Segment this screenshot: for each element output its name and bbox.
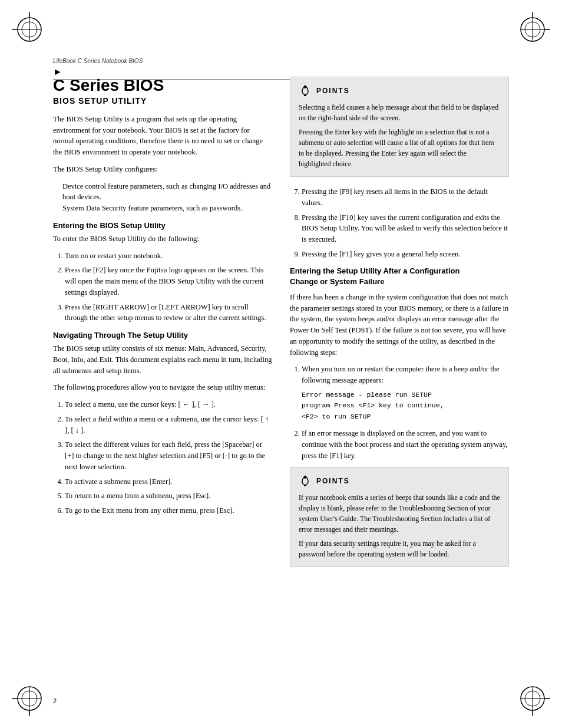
navigating-heading: Navigating Through The Setup Utility	[53, 331, 272, 340]
navigating-steps: To select a menu, use the cursor keys: […	[65, 399, 272, 516]
points-1-para1: Selecting a field causes a help message …	[299, 102, 500, 123]
points-2-para2: If your data security settings require i…	[299, 538, 500, 559]
right-step-9: Pressing the [F1] key gives you a genera…	[302, 249, 509, 260]
nav-step-2: To select a field within a menu or a sub…	[65, 414, 272, 436]
entering-after-heading: Entering the Setup Utility After a Confi…	[290, 266, 509, 287]
entering-after-steps: When you turn on or restart the computer…	[302, 364, 509, 461]
main-content: C Series BIOS BIOS SETUP UTILITY The BIO…	[53, 77, 509, 687]
svg-rect-27	[304, 485, 306, 486]
points-1-para2: Pressing the Enter key with the highligh…	[299, 127, 500, 169]
points-header-1: POINTS	[299, 84, 500, 97]
nav-step-4: To activate a submenu press [Enter].	[65, 476, 272, 487]
points-header-2: POINTS	[299, 475, 500, 487]
right-step-7: Pressing the [F9] key resets all items i…	[302, 186, 509, 209]
sub-title: BIOS SETUP UTILITY	[53, 96, 272, 106]
page-number: 2	[53, 697, 57, 704]
intro-para2: The BIOS Setup Utility configures:	[53, 164, 272, 175]
right-col-steps: Pressing the [F9] key resets all items i…	[302, 186, 509, 260]
indented-features: Device control feature parameters, such …	[62, 181, 272, 214]
points-icon-1	[299, 84, 312, 97]
entering-bios-step-2: Press the [F2] key once the Fujitsu logo…	[65, 265, 272, 298]
page: LifeBook C Series Notebook BIOS ► 2 C Se…	[0, 0, 562, 728]
navigating-para2: The following procedures allow you to na…	[53, 382, 272, 393]
points-box-1: POINTS Selecting a field causes a help m…	[290, 77, 509, 177]
svg-point-26	[304, 476, 306, 479]
svg-point-24	[304, 86, 306, 88]
corner-decoration-tl	[12, 12, 47, 47]
nav-step-5: To return to a menu from a submenu, pres…	[65, 490, 272, 502]
points-box-2: POINTS If your notebook emits a series o…	[290, 467, 509, 567]
corner-decoration-tr	[515, 12, 550, 47]
points-2-para1: If your notebook emits a series of beeps…	[299, 492, 500, 535]
left-column: C Series BIOS BIOS SETUP UTILITY The BIO…	[53, 77, 272, 577]
nav-step-6: To go to the Exit menu from any other me…	[65, 505, 272, 516]
points-icon-2	[299, 475, 312, 487]
main-title: C Series BIOS	[53, 77, 272, 95]
points-label-2: POINTS	[316, 476, 350, 486]
right-step-8: Pressing the [F10] key saves the current…	[302, 212, 509, 245]
header-text: LifeBook C Series Notebook BIOS	[53, 58, 143, 64]
entering-bios-steps: Turn on or restart your notebook. Press …	[65, 251, 272, 324]
entering-after-step-1: When you turn on or restart the computer…	[302, 364, 509, 422]
two-column-layout: C Series BIOS BIOS SETUP UTILITY The BIO…	[53, 77, 509, 577]
entering-after-step-2: If an error message is displayed on the …	[302, 428, 509, 461]
nav-step-3: To select the different values for each …	[65, 439, 272, 472]
entering-bios-step-1: Turn on or restart your notebook.	[65, 251, 272, 262]
svg-rect-25	[304, 95, 306, 96]
intro-para1: The BIOS Setup Utility is a program that…	[53, 114, 272, 158]
entering-bios-step-3: Press the [RIGHT ARROW] or [LEFT ARROW] …	[65, 302, 272, 324]
entering-bios-heading: Entering the BIOS Setup Utility	[53, 221, 272, 230]
corner-decoration-bl	[12, 681, 47, 716]
nav-step-1: To select a menu, use the cursor keys: […	[65, 399, 272, 410]
right-column: POINTS Selecting a field causes a help m…	[290, 77, 509, 577]
corner-decoration-br	[515, 681, 550, 716]
entering-bios-intro: To enter the BIOS Setup Utility do the f…	[53, 233, 272, 245]
entering-after-para1: If there has been a change in the system…	[290, 292, 509, 358]
points-label-1: POINTS	[316, 85, 350, 96]
error-code-block: Error message - please run SETUP program…	[302, 390, 509, 422]
navigating-para1: The BIOS setup utility consists of six m…	[53, 343, 272, 376]
